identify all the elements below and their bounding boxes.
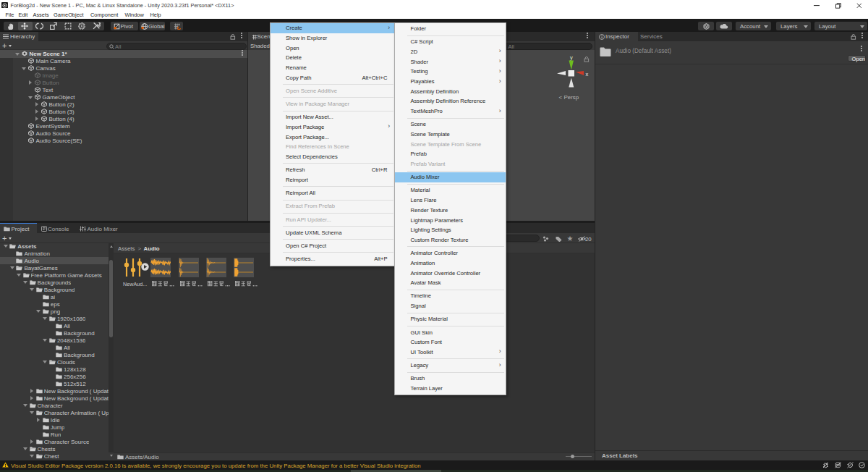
svg-text:x: x <box>586 71 589 77</box>
svg-text:y: y <box>570 54 573 61</box>
